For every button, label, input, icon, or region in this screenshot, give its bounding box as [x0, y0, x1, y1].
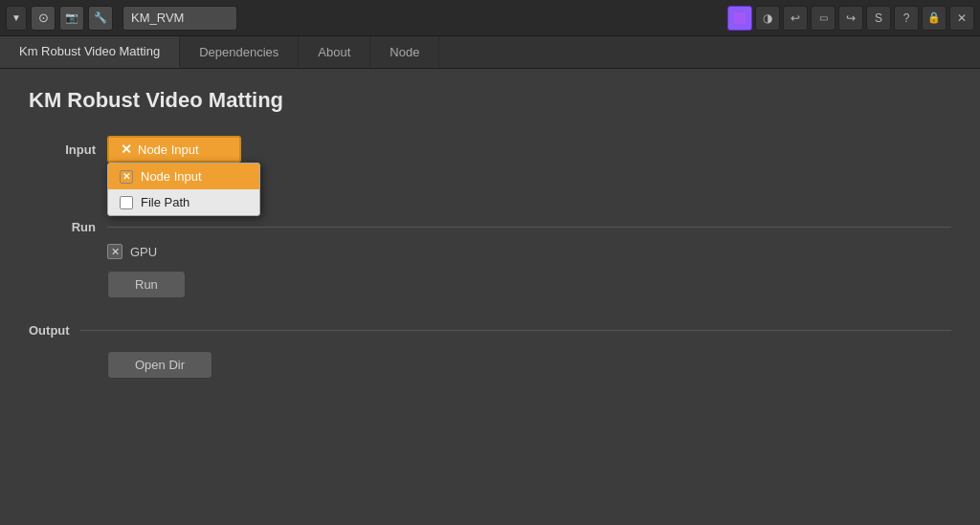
unknown-icon: ▭: [819, 12, 828, 23]
wrench-icon: 🔧: [94, 11, 107, 24]
page-title: KM Robust Video Matting: [29, 88, 951, 113]
run-button[interactable]: Run: [107, 271, 186, 298]
node-input-checkbox: ✕: [120, 170, 133, 184]
record-btn[interactable]: ⊙: [31, 6, 56, 31]
purple-square-icon: [734, 12, 746, 24]
open-dir-button[interactable]: Open Dir: [107, 351, 212, 379]
help-btn[interactable]: ?: [894, 6, 919, 31]
output-divider-line: [79, 330, 951, 331]
half-circle-icon: ◑: [763, 11, 772, 25]
node-name-input[interactable]: [122, 6, 237, 31]
input-label: Input: [29, 142, 96, 157]
run-divider-line: [107, 227, 951, 228]
gpu-checkbox[interactable]: ✕: [107, 244, 122, 259]
tabs-bar: Km Robust Video Matting Dependencies Abo…: [0, 36, 980, 69]
dropdown-arrow-icon: ▼: [11, 12, 21, 23]
main-content: KM Robust Video Matting Input ✕ Node Inp…: [0, 69, 980, 413]
input-selected-value: Node Input: [138, 142, 199, 157]
run-divider: Run: [29, 220, 951, 234]
dropdown-check-icon: ✕: [121, 142, 132, 157]
s-btn[interactable]: S: [866, 6, 891, 31]
unknown-btn[interactable]: ▭: [811, 6, 835, 31]
dropdown-item-file-path[interactable]: File Path: [108, 189, 259, 215]
redo-btn[interactable]: ↪: [838, 6, 863, 31]
purple-square-btn[interactable]: [727, 6, 752, 31]
gpu-label: GPU: [130, 245, 157, 259]
tab-node[interactable]: Node: [370, 36, 439, 68]
input-dropdown-btn[interactable]: ✕ Node Input: [107, 136, 241, 163]
tab-about[interactable]: About: [299, 36, 370, 68]
wrench-btn[interactable]: 🔧: [88, 6, 113, 31]
close-icon: ✕: [957, 11, 967, 25]
half-circle-btn[interactable]: ◑: [755, 6, 780, 31]
help-icon: ?: [903, 11, 910, 25]
output-label: Output: [29, 323, 70, 338]
title-bar: ▼ ⊙ 📷 🔧 ◑ ↩ ▭ ↪ S ? 🔒: [0, 0, 980, 36]
run-label: Run: [29, 220, 96, 234]
toolbar-right: ◑ ↩ ▭ ↪ S ? 🔒 ✕: [727, 6, 974, 31]
input-dropdown-menu: ✕ Node Input File Path: [107, 163, 260, 216]
tab-dependencies[interactable]: Dependencies: [180, 36, 299, 68]
gpu-row: ✕ GPU: [107, 244, 951, 259]
dropdown-item-node-input[interactable]: ✕ Node Input: [108, 164, 259, 189]
close-btn[interactable]: ✕: [949, 6, 974, 31]
s-icon: S: [875, 11, 882, 25]
tab-km-robust-video-matting[interactable]: Km Robust Video Matting: [0, 36, 180, 68]
input-row: Input ✕ Node Input ✕ Node Input File Pat…: [29, 136, 951, 163]
camera-icon: 📷: [65, 11, 78, 24]
dropdown-arrow-btn[interactable]: ▼: [6, 6, 27, 31]
record-icon: ⊙: [38, 11, 49, 25]
undo-icon: ↩: [791, 11, 800, 25]
lock-icon: 🔒: [927, 11, 941, 24]
output-section: Output Open Dir: [29, 323, 951, 394]
file-path-checkbox: [120, 196, 133, 209]
undo-btn[interactable]: ↩: [783, 6, 808, 31]
output-divider: Output: [29, 323, 951, 338]
camera-btn[interactable]: 📷: [59, 6, 84, 31]
lock-btn[interactable]: 🔒: [922, 6, 947, 31]
redo-icon: ↪: [846, 11, 856, 25]
